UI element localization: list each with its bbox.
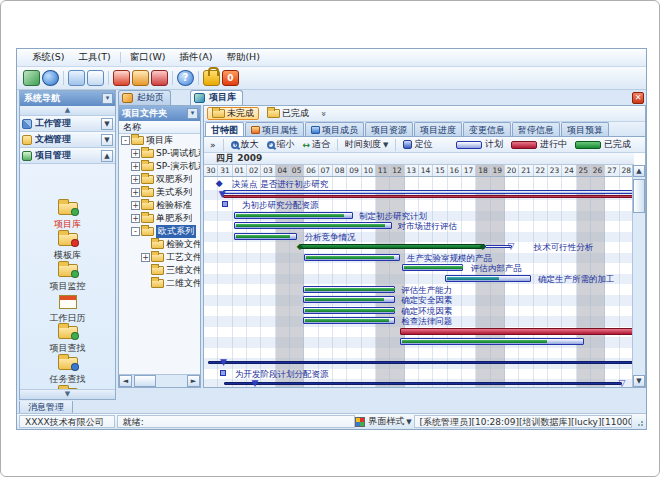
scrollbar-thumb[interactable] <box>134 375 156 387</box>
toggle-expand-icon[interactable]: + <box>131 214 140 223</box>
gantt-tab-项目进度[interactable]: 项目进度 <box>414 122 462 136</box>
report-icon[interactable] <box>151 70 168 86</box>
scrollbar-thumb[interactable] <box>633 179 645 213</box>
tree-item-工艺文件[interactable]: +工艺文件 <box>119 251 200 264</box>
menu-item-4[interactable]: 插件(A) <box>172 51 219 64</box>
tree-item-检验标准[interactable]: +检验标准 <box>119 199 200 212</box>
close-tab-icon[interactable]: ✕ <box>632 92 644 104</box>
gantt-tab-项目成员[interactable]: 项目成员 <box>305 122 364 136</box>
interface-style-selector[interactable]: 界面样式 ▼ <box>355 415 411 428</box>
locate-button[interactable]: 定位 <box>399 138 436 151</box>
system-icon[interactable] <box>23 70 40 86</box>
gantt-bar-summaryThin[interactable] <box>224 382 622 385</box>
fit-button[interactable]: ↔适合 <box>299 138 335 151</box>
gantt-bar-task[interactable] <box>303 317 395 324</box>
layout-icon[interactable] <box>87 70 104 86</box>
globe-icon[interactable] <box>42 70 59 86</box>
toggle-expand-icon[interactable]: + <box>141 253 150 262</box>
milestone-square[interactable] <box>222 201 228 207</box>
sidebar-item-1[interactable]: 项目库 <box>20 197 115 228</box>
gantt-bar-activeThin[interactable] <box>223 195 634 198</box>
toggle-expand-icon[interactable]: + <box>131 149 140 158</box>
gantt-bar-planThin[interactable] <box>223 190 634 194</box>
sidebar-item-3[interactable]: 项目监控 <box>20 259 115 290</box>
tree-item-单肥系列[interactable]: +单肥系列 <box>119 212 200 225</box>
more-buttons-icon[interactable]: » <box>319 111 329 117</box>
toggle-expand-icon[interactable]: + <box>131 162 140 171</box>
menu-item-5[interactable]: 帮助(H) <box>219 51 267 64</box>
scroll-down-icon[interactable]: ▼ <box>633 375 645 387</box>
milestone-square[interactable] <box>220 370 226 376</box>
sidebar-item-6[interactable]: 任务查找 <box>20 352 115 383</box>
mail-icon[interactable] <box>113 70 130 86</box>
gantt-bar-task[interactable] <box>402 264 464 271</box>
nav-scroll-down[interactable]: ▼ <box>20 389 115 399</box>
pin-icon[interactable]: ▾ <box>187 108 198 119</box>
sidebar-item-5[interactable]: 项目查找 <box>20 321 115 352</box>
triDown-marker[interactable]: ▼ <box>252 379 259 387</box>
gantt-bar-task[interactable] <box>234 222 392 229</box>
gantt-tab-项目预算[interactable]: 项目预算 <box>561 122 609 136</box>
gantt-bar-task[interactable] <box>400 338 583 345</box>
sidebar-item-4[interactable]: 工作日历 <box>20 290 115 321</box>
toggle-expand-icon[interactable]: + <box>131 201 140 210</box>
tree-item-检验文件[interactable]: 检验文件 <box>119 238 200 251</box>
gantt-bar-task[interactable] <box>234 212 353 219</box>
gantt-bar-active[interactable] <box>400 328 634 335</box>
triDownHollow-marker[interactable]: ▽ <box>618 379 625 387</box>
gantt-bar-task[interactable] <box>303 307 395 314</box>
chevron-icon[interactable]: ▲ <box>101 150 113 162</box>
gantt-bar-summaryDone[interactable] <box>300 244 485 249</box>
chevron-icon[interactable]: ▼ <box>101 118 113 130</box>
toolbar-overflow-icon[interactable]: » <box>206 138 220 151</box>
schedule-icon[interactable] <box>132 70 149 86</box>
filter-已完成[interactable]: 已完成 <box>262 107 314 120</box>
pin-icon[interactable]: ▾ <box>102 93 113 104</box>
nav-scroll-up[interactable]: ▲ <box>20 106 115 116</box>
resize-grip[interactable] <box>634 417 644 427</box>
gantt-bar-summaryThin[interactable] <box>208 361 634 364</box>
gantt-bar-taskTeal[interactable] <box>445 275 531 282</box>
gantt-tab-项目属性[interactable]: 项目属性 <box>245 122 304 136</box>
nav-group-3[interactable]: 项目管理▲ <box>20 148 115 164</box>
sidebar-item-2[interactable]: 模板库 <box>20 228 115 259</box>
gantt-bar-task[interactable] <box>234 233 297 240</box>
nav-group-2[interactable]: 文档管理▼ <box>20 132 115 148</box>
help-icon[interactable]: ? <box>177 70 194 86</box>
diamondGreen-marker[interactable]: ◆ <box>297 242 303 251</box>
scroll-up-icon[interactable]: ▲ <box>633 165 645 177</box>
triDownHollow-marker[interactable]: ▽ <box>507 242 514 251</box>
tab-起始页[interactable]: 起始页 <box>118 90 171 105</box>
menu-item-1[interactable]: 系统(S) <box>25 51 71 64</box>
lock-icon[interactable] <box>203 70 220 86</box>
scroll-left-icon[interactable]: ◄ <box>119 375 132 387</box>
nav-group-1[interactable]: 工作管理▼ <box>20 116 115 132</box>
tree-item-SP-调试机系[interactable]: +SP-调试机系 <box>119 147 200 160</box>
scroll-right-icon[interactable]: ► <box>187 375 200 387</box>
diamondGreen-marker[interactable]: ◆ <box>479 242 485 251</box>
menu-item-3[interactable]: 窗口(W) <box>123 51 173 64</box>
zoom-out-button[interactable]: -缩小 <box>263 138 299 151</box>
menu-item-2[interactable]: 工具(T) <box>71 51 117 64</box>
gantt-tab-变更信息[interactable]: 变更信息 <box>463 122 511 136</box>
toggle-expand-icon[interactable]: + <box>131 175 140 184</box>
window-icon[interactable] <box>68 70 85 86</box>
diamond-marker[interactable]: ◆ <box>216 179 223 188</box>
tab-项目库[interactable]: 项目库 <box>190 90 243 105</box>
toggle-collapse-icon[interactable]: - <box>131 227 140 236</box>
tree-item-SP-演示机系[interactable]: +SP-演示机系 <box>119 160 200 173</box>
chevron-icon[interactable]: ▼ <box>101 134 113 146</box>
tree-item-三维文件[interactable]: 三维文件 <box>119 264 200 277</box>
triDown-marker[interactable]: ▼ <box>219 190 226 199</box>
filter-未完成[interactable]: 未完成 <box>207 107 259 120</box>
toggle-collapse-icon[interactable]: - <box>121 136 130 145</box>
gantt-tab-项目资源[interactable]: 项目资源 <box>365 122 413 136</box>
gantt-tab-甘特图[interactable]: 甘特图 <box>205 122 244 136</box>
exit-icon[interactable]: 0 <box>222 70 239 86</box>
toggle-expand-icon[interactable]: + <box>131 188 140 197</box>
tree-item-美式系列[interactable]: +美式系列 <box>119 186 200 199</box>
tree-item-二维文件[interactable]: 二维文件 <box>119 277 200 290</box>
zoom-in-button[interactable]: +放大 <box>227 138 263 151</box>
tree-item-双肥系列[interactable]: +双肥系列 <box>119 173 200 186</box>
gantt-bar-task[interactable] <box>303 286 395 293</box>
